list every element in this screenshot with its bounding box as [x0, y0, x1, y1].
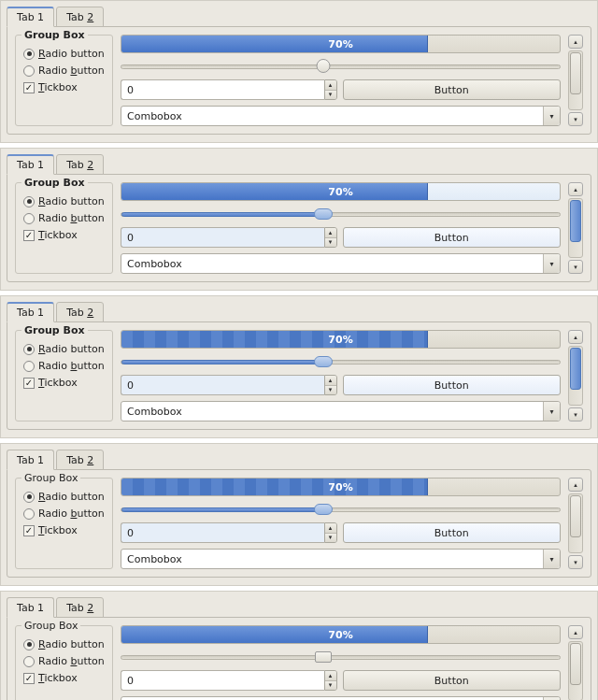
scroll-down-icon[interactable]: ▾: [568, 407, 583, 421]
radio-1[interactable]: Radio button: [23, 343, 105, 355]
scroll-thumb[interactable]: [570, 643, 581, 685]
push-button[interactable]: Button: [343, 670, 562, 691]
tab-2[interactable]: Tab 2: [56, 597, 104, 618]
scroll-track[interactable]: [568, 641, 583, 700]
push-button[interactable]: Button: [343, 375, 562, 395]
radio-2[interactable]: Radio button: [23, 507, 105, 520]
scroll-up-icon[interactable]: ▴: [568, 330, 583, 344]
tab-2[interactable]: Tab 2: [56, 154, 104, 175]
radio-2[interactable]: Radio button: [23, 360, 105, 372]
vertical-scrollbar[interactable]: ▴ ▾: [568, 478, 583, 569]
tab-1[interactable]: Tab 1: [7, 597, 54, 618]
radio-2[interactable]: Radio button: [23, 212, 105, 224]
push-button[interactable]: Button: [343, 522, 562, 543]
spin-box[interactable]: 0 ▴ ▾: [121, 79, 337, 100]
scroll-thumb[interactable]: [570, 200, 581, 242]
scroll-thumb[interactable]: [570, 348, 581, 390]
spin-up-icon[interactable]: ▴: [325, 671, 336, 681]
scroll-track[interactable]: [568, 346, 583, 406]
spin-value[interactable]: 0: [121, 375, 324, 395]
radio-1[interactable]: Radio button: [23, 638, 105, 650]
spin-value[interactable]: 0: [121, 227, 324, 248]
tickbox[interactable]: ✓Tickbox: [23, 81, 105, 93]
radio-1[interactable]: Radio button: [23, 491, 105, 503]
tab-1[interactable]: Tab 1: [7, 450, 54, 470]
spin-box[interactable]: 0 ▴ ▾: [121, 522, 337, 543]
scroll-thumb[interactable]: [570, 495, 581, 537]
vertical-scrollbar[interactable]: ▴ ▾: [568, 35, 583, 126]
spin-down-icon[interactable]: ▾: [325, 386, 336, 395]
combo-box[interactable]: Combobox ▾: [121, 696, 561, 700]
spin-box[interactable]: 0 ▴ ▾: [121, 227, 337, 248]
spin-value[interactable]: 0: [121, 670, 324, 691]
spin-down-icon[interactable]: ▾: [325, 238, 336, 248]
vertical-scrollbar[interactable]: ▴ ▾: [568, 625, 583, 700]
scroll-thumb[interactable]: [570, 52, 581, 94]
radio-1[interactable]: Radio button: [23, 48, 105, 60]
tab-2[interactable]: Tab 2: [56, 7, 104, 27]
push-button[interactable]: Button: [343, 79, 562, 100]
spin-down-icon[interactable]: ▾: [325, 91, 336, 100]
radio-2[interactable]: Radio button: [23, 64, 105, 77]
vertical-scrollbar[interactable]: ▴ ▾: [568, 182, 583, 274]
radio-dot-icon: [23, 49, 35, 60]
tab-1[interactable]: Tab 1: [7, 154, 54, 175]
scroll-up-icon[interactable]: ▴: [568, 478, 583, 492]
chevron-down-icon[interactable]: ▾: [543, 402, 560, 421]
tickbox[interactable]: ✓Tickbox: [23, 229, 105, 241]
tickbox[interactable]: ✓Tickbox: [23, 524, 105, 536]
chevron-down-icon[interactable]: ▾: [543, 107, 560, 125]
tickbox[interactable]: ✓Tickbox: [23, 377, 105, 389]
spin-up-icon[interactable]: ▴: [325, 80, 336, 91]
scroll-down-icon[interactable]: ▾: [568, 112, 583, 126]
combo-box[interactable]: Combobox ▾: [121, 106, 561, 126]
spin-box[interactable]: 0 ▴ ▾: [121, 670, 337, 691]
scroll-track[interactable]: [568, 198, 583, 258]
vertical-scrollbar[interactable]: ▴ ▾: [568, 330, 583, 421]
scroll-down-icon[interactable]: ▾: [568, 260, 583, 274]
scroll-down-icon[interactable]: ▾: [568, 555, 583, 569]
tab-2[interactable]: Tab 2: [56, 302, 104, 322]
slider-thumb[interactable]: [314, 504, 333, 515]
progress-bar: 70%: [121, 478, 561, 496]
controls-column: 70% 0 ▴ ▾ Button: [121, 182, 561, 274]
spin-up-icon[interactable]: ▴: [325, 376, 336, 386]
chevron-down-icon[interactable]: ▾: [543, 550, 560, 568]
radio-2[interactable]: Radio button: [23, 655, 105, 667]
slider-thumb[interactable]: [314, 208, 333, 220]
slider[interactable]: [121, 207, 561, 221]
spin-down-icon[interactable]: ▾: [325, 681, 336, 691]
chevron-down-icon[interactable]: ▾: [543, 254, 560, 273]
scroll-up-icon[interactable]: ▴: [568, 625, 583, 639]
slider[interactable]: [121, 59, 561, 74]
tickbox[interactable]: ✓Tickbox: [23, 672, 105, 684]
tab-bar: Tab 1 Tab 2: [7, 154, 591, 175]
progress-bar: 70%: [121, 330, 561, 349]
spin-down-icon[interactable]: ▾: [325, 534, 336, 543]
scroll-up-icon[interactable]: ▴: [568, 182, 583, 196]
radio-1[interactable]: Radio button: [23, 195, 105, 207]
combo-box[interactable]: Combobox ▾: [121, 549, 561, 569]
tab-bar: Tab 1 Tab 2: [7, 450, 591, 470]
spin-box[interactable]: 0 ▴ ▾: [121, 375, 337, 395]
spin-value[interactable]: 0: [121, 79, 324, 100]
slider-thumb[interactable]: [315, 651, 332, 663]
spin-up-icon[interactable]: ▴: [325, 228, 336, 238]
scroll-up-icon[interactable]: ▴: [568, 35, 583, 49]
tab-1[interactable]: Tab 1: [7, 7, 54, 27]
spin-value[interactable]: 0: [121, 522, 324, 543]
slider[interactable]: [121, 650, 561, 664]
tab-2[interactable]: Tab 2: [56, 450, 104, 470]
scroll-track[interactable]: [568, 50, 583, 110]
slider[interactable]: [121, 502, 561, 517]
tab-1[interactable]: Tab 1: [7, 302, 54, 322]
combo-box[interactable]: Combobox ▾: [121, 253, 561, 274]
slider[interactable]: [121, 354, 561, 369]
spin-up-icon[interactable]: ▴: [325, 523, 336, 534]
spin-buttons: ▴ ▾: [324, 227, 337, 248]
push-button[interactable]: Button: [343, 227, 562, 248]
slider-thumb[interactable]: [314, 356, 333, 367]
scroll-track[interactable]: [568, 493, 583, 553]
combo-box[interactable]: Combobox ▾: [121, 401, 561, 421]
slider-thumb[interactable]: [316, 59, 330, 73]
